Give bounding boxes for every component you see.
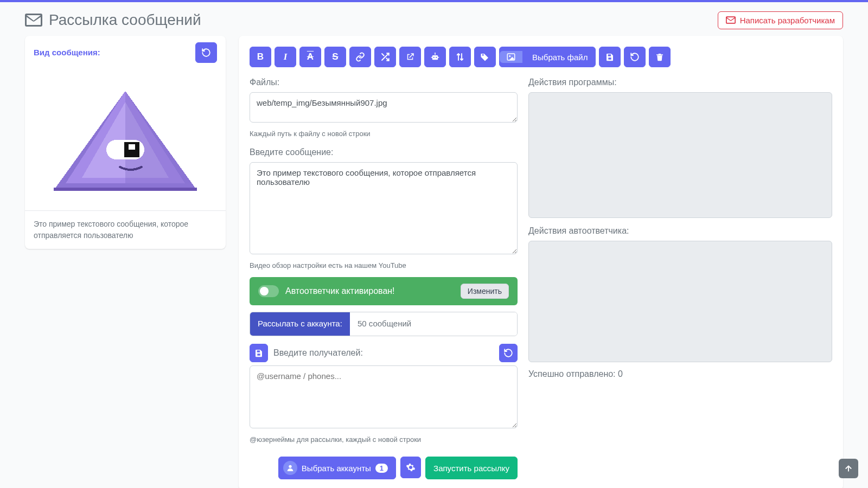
settings-button[interactable]	[400, 457, 421, 478]
strikethrough-button[interactable]: A	[299, 47, 321, 67]
accounts-count-badge: 1	[375, 464, 388, 473]
message-hint: Видео обзор настройки есть на нашем YouT…	[250, 260, 518, 271]
tags-icon	[480, 52, 490, 62]
svg-rect-7	[54, 188, 197, 191]
message-textarea[interactable]	[250, 162, 518, 254]
scroll-top-button[interactable]	[839, 459, 858, 478]
envelope-icon	[25, 14, 42, 27]
arrow-up-icon	[844, 464, 853, 473]
svg-point-10	[436, 57, 437, 58]
svg-rect-6	[129, 144, 135, 150]
autoresponder-log-box	[528, 241, 832, 362]
italic-icon: I	[284, 52, 288, 62]
svg-point-12	[509, 55, 510, 57]
image-icon	[500, 51, 522, 63]
bold-icon: B	[257, 52, 264, 62]
recipients-textarea[interactable]	[250, 365, 518, 428]
undo-icon	[630, 52, 640, 62]
strike-icon: S	[332, 52, 338, 62]
svg-point-13	[289, 465, 291, 468]
contact-developers-button[interactable]: Написать разработчикам	[718, 11, 843, 29]
send-from-label: Рассылать с аккаунта:	[250, 312, 350, 336]
tags-button[interactable]	[474, 47, 496, 67]
autoresponder-log-label: Действия автоответчика:	[528, 224, 832, 237]
refresh-recipients-button[interactable]	[499, 344, 518, 362]
link-icon	[355, 52, 365, 62]
choose-file-button[interactable]: Выбрать файл	[499, 47, 596, 67]
robot-button[interactable]	[424, 47, 446, 67]
program-log-label: Действия программы:	[528, 76, 832, 89]
autoresponder-edit-button[interactable]: Изменить	[461, 284, 509, 299]
svg-rect-8	[432, 55, 438, 60]
files-textarea[interactable]	[250, 92, 518, 123]
refresh-icon	[201, 48, 211, 57]
message-label: Введите сообщение:	[250, 146, 518, 159]
refresh-preview-button[interactable]	[195, 42, 217, 63]
save-recipients-button[interactable]	[250, 344, 268, 362]
italic-button[interactable]: I	[275, 47, 296, 67]
account-input-group: Рассылать с аккаунта: 50 сообщений	[250, 312, 518, 336]
autoresponder-toggle[interactable]	[258, 285, 279, 297]
page-title-text: Рассылка сообщений	[49, 9, 201, 31]
user-icon	[283, 461, 297, 475]
strike-button[interactable]: S	[324, 47, 346, 67]
bold-button[interactable]: B	[250, 47, 271, 67]
sort-icon	[455, 52, 465, 62]
page-title: Рассылка сообщений	[25, 9, 201, 31]
preview-message-text: Это пример текстового сообщения, которое…	[25, 210, 226, 249]
preview-image	[25, 69, 226, 210]
delete-button[interactable]	[649, 47, 671, 67]
preview-title: Вид сообщения:	[34, 47, 100, 59]
refresh-icon	[503, 348, 513, 358]
recipients-hint: @юзернеймы для рассылки, каждый с новой …	[250, 434, 518, 445]
editor-toolbar: B I A S Выбрать файл	[250, 47, 832, 67]
autoresponder-status-text: Автоответчик активирован!	[285, 285, 395, 298]
program-log-box	[528, 92, 832, 218]
account-value[interactable]: 50 сообщений	[350, 312, 517, 336]
random-icon	[380, 52, 390, 62]
files-hint: Каждый путь к файлу с новой строки	[250, 129, 518, 139]
strikethrough-icon: A	[307, 52, 314, 62]
envelope-icon	[726, 16, 736, 24]
robot-icon	[430, 52, 440, 62]
files-label: Файлы:	[250, 76, 518, 89]
choose-accounts-button[interactable]: Выбрать аккаунты 1	[278, 457, 396, 479]
save-icon	[254, 349, 263, 357]
sent-count: Успешно отправлено: 0	[528, 368, 832, 381]
sort-button[interactable]	[449, 47, 471, 67]
gear-icon	[406, 463, 416, 472]
autoresponder-alert: Автоответчик активирован! Изменить	[250, 277, 518, 305]
random-button[interactable]	[374, 47, 396, 67]
svg-point-9	[433, 57, 435, 58]
main-card: B I A S Выбрать файл Файлы: Каждый путь …	[239, 36, 843, 488]
link-button[interactable]	[349, 47, 371, 67]
start-mailing-button[interactable]: Запустить рассылку	[425, 457, 518, 479]
export-button[interactable]	[399, 47, 421, 67]
preview-card: Вид сообщения: Это пример текстового соо…	[25, 36, 226, 249]
save-button[interactable]	[599, 47, 621, 67]
save-icon	[605, 53, 614, 61]
export-icon	[405, 52, 415, 62]
recipients-label: Введите получателей:	[273, 346, 363, 359]
undo-button[interactable]	[624, 47, 646, 67]
trash-icon	[655, 53, 664, 61]
